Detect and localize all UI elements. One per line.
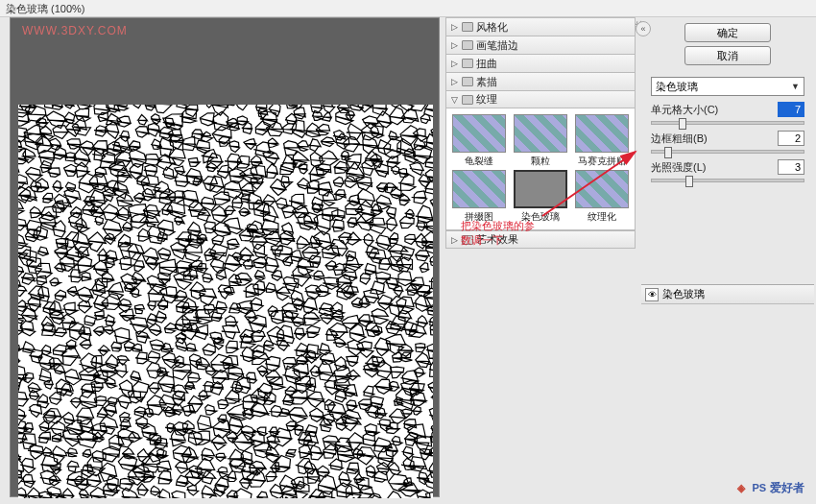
folder-label: 素描 [476,75,497,89]
eye-icon[interactable]: 👁 [645,288,659,301]
preview-panel: WWW.3DXY.COM [10,17,440,497]
watermark-text: 爱好者 [770,481,804,494]
param-group: 边框粗细(B) 2 [651,131,804,154]
triangle-icon: ▷ [450,235,459,245]
slider-thumb[interactable] [685,176,693,187]
effect-layer-label: 染色玻璃 [662,287,705,301]
param-slider[interactable] [651,150,804,154]
watermark-brand: PS [752,482,766,493]
settings-panel: « 确定 取消 染色玻璃 ▼ 单元格大小(C) 7 边框粗细(B) 2 光照强度… [641,17,814,497]
slider-thumb[interactable] [679,118,686,130]
stained-glass-preview [18,105,433,498]
param-label: 光照强度(L) [651,160,706,175]
filter-select[interactable]: 染色玻璃 ▼ [651,77,804,96]
thumbnail-cell[interactable]: 龟裂缝 [450,114,508,168]
triangle-icon: ▷ [450,40,459,50]
slider-thumb[interactable] [664,147,672,158]
cube-icon: ◈ [737,482,745,493]
folder-label: 纹理 [476,92,497,107]
thumbnail-image [452,114,506,153]
collapse-icon[interactable]: « [636,21,651,36]
param-input[interactable]: 3 [778,159,804,175]
effects-layers-panel: 👁 染色玻璃 [641,284,814,304]
folder-label: 风格化 [476,20,508,35]
folder-icon [462,40,473,50]
thumbnail-cell[interactable]: 拼缀图 [450,170,508,224]
preview-canvas[interactable] [18,105,433,498]
watermark-bottom: ◈ PS 爱好者 [737,479,804,496]
param-slider[interactable] [651,179,804,182]
svg-line-0 [542,152,636,216]
thumbnail-label: 龟裂缝 [465,155,493,168]
chevron-down-icon: ▼ [791,82,800,91]
triangle-icon: ▷ [450,59,459,68]
triangle-icon: ▷ [450,77,459,86]
param-group: 光照强度(L) 3 [651,159,804,182]
param-input[interactable]: 7 [778,102,804,117]
ok-button[interactable]: 确定 [684,23,771,42]
annotation-arrow [538,144,653,221]
button-group: 确定 取消 [641,17,814,69]
param-input[interactable]: 2 [778,131,804,146]
filter-categories-panel: ▷风格化▷画笔描边▷扭曲▷素描▽纹理 龟裂缝 颗粒 马赛克拼贴 拼缀图 染色玻璃… [445,17,636,497]
folder-row[interactable]: ▷风格化 [445,17,636,36]
folder-row[interactable]: ▷扭曲 [445,54,636,72]
folder-icon [462,59,473,68]
param-label: 边框粗细(B) [651,132,708,146]
folder-row[interactable]: ▽纹理 [445,90,636,108]
folder-icon [462,95,473,105]
folder-label: 扭曲 [476,57,497,71]
annotation-text: 把染色玻璃的参 数调一下 [461,219,535,249]
cancel-button[interactable]: 取消 [684,46,771,65]
thumbnail-image [452,170,506,208]
filter-select-value: 染色玻璃 [656,80,698,94]
param-group: 单元格大小(C) 7 [651,102,804,125]
triangle-icon: ▷ [450,22,459,32]
folder-row[interactable]: ▷画笔描边 [445,36,636,54]
triangle-icon: ▽ [450,95,459,105]
folder-row[interactable]: ▷素描 [445,72,636,90]
preview-url: WWW.3DXY.COM [11,18,439,43]
effect-layer-row[interactable]: 👁 染色玻璃 [641,285,814,304]
param-slider[interactable] [651,121,804,125]
folder-icon [462,22,473,32]
folder-icon [462,77,473,86]
folder-label: 画笔描边 [476,38,518,53]
window-title: 染色玻璃 (100%) [0,0,816,17]
param-label: 单元格大小(C) [651,103,718,117]
